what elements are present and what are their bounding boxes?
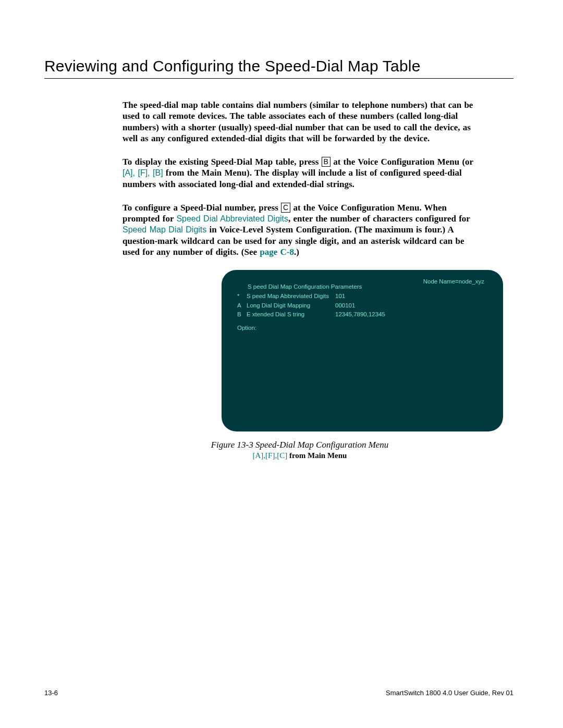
terminal-row-value: 000101 [335,301,355,311]
text-fragment: from the Main Menu). The display will in… [123,168,462,189]
figure-caption: Figure 13-3 Speed-Dial Map Configuration… [123,440,477,450]
terminal-row-value: 12345,7890,12345 [335,310,385,319]
intro-paragraph: The speed-dial map table contains dial n… [123,100,477,144]
text-fragment: To configure a Speed-Dial number, press [123,203,281,213]
menu-sequence-link[interactable]: [A], [F], [B] [123,168,163,177]
terminal-figure: Node Name=node_xyz S peed Dial Map Confi… [222,270,503,431]
display-instruction-paragraph: To display the existing Speed-Dial Map t… [123,156,477,190]
text-fragment: .) [294,247,299,257]
terminal-option-prompt: Option: [237,324,491,333]
heading-rule [44,78,513,79]
terminal-row-label: E xtended Dial S tring [247,310,335,319]
terminal-row: * S peed Map Abbreviated Digits 101 [237,292,491,301]
figure-subcaption: [A],[F],[C] from Main Menu [123,451,477,460]
terminal-row: A Long Dial Digit Mapping 000101 [237,301,491,311]
field-name-link: Speed Map Dial Digits [123,225,206,234]
field-name-link: Speed Dial Abbreviated Digits [176,214,288,223]
body-column: The speed-dial map table contains dial n… [123,100,477,460]
page-reference-link[interactable]: page C-8 [260,247,294,257]
terminal-row-value: 101 [335,292,345,301]
configure-instruction-paragraph: To configure a Speed-Dial number, press … [123,202,477,257]
section-heading: Reviewing and Configuring the Speed-Dial… [44,57,513,75]
terminal-row: B E xtended Dial S tring 12345,7890,1234… [237,310,491,319]
page-number: 13-6 [44,689,58,697]
doc-title-footer: SmartSwitch 1800 4.0 User Guide, Rev 01 [386,689,513,697]
document-page: Reviewing and Configuring the Speed-Dial… [0,0,563,728]
terminal-screen: Node Name=node_xyz S peed Dial Map Confi… [222,270,503,431]
menu-sequence-link[interactable]: [A],[F],[C] [253,451,288,460]
keycap-b: B [322,157,331,167]
text-fragment: , enter the number of characters configu… [288,214,470,224]
terminal-row-key: * [237,292,247,301]
text-fragment: at the Voice Configuration Menu (or [331,157,473,167]
keycap-c: C [281,203,290,213]
terminal-row-key: B [237,310,247,319]
text-fragment: from Main Menu [287,451,347,460]
terminal-row-label: S peed Map Abbreviated Digits [247,292,335,301]
terminal-row-label: Long Dial Digit Mapping [247,301,335,311]
text-fragment: To display the existing Speed-Dial Map t… [123,157,322,167]
page-footer: 13-6 SmartSwitch 1800 4.0 User Guide, Re… [44,689,513,697]
terminal-row-key: A [237,301,247,311]
terminal-node-name: Node Name=node_xyz [423,277,484,287]
